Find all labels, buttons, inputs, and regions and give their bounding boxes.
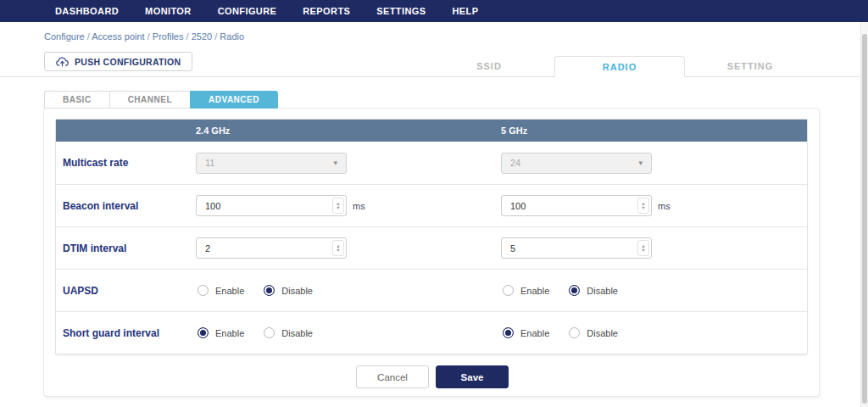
number-value: 2 bbox=[205, 243, 210, 254]
radio-option-label: Enable bbox=[215, 286, 244, 296]
uapsd-24ghz-control: EnableDisable bbox=[196, 285, 433, 296]
tab-ssid[interactable]: SSID bbox=[424, 56, 554, 77]
radio-circle-icon bbox=[198, 285, 209, 296]
radio-circle-icon bbox=[503, 327, 514, 338]
radio-circle-icon bbox=[264, 285, 275, 296]
table-row-multicast-rate: Multicast rate11▾24▾ bbox=[56, 142, 807, 184]
dtim-interval-5ghz-control: 5▲▼ bbox=[501, 237, 807, 259]
table-body: Multicast rate11▾24▾Beacon interval100▲▼… bbox=[56, 142, 807, 354]
column-header-24ghz: 2.4 GHz bbox=[196, 125, 433, 136]
beacon-interval-24ghz-control: 100▲▼ms bbox=[196, 195, 433, 216]
short-guard-interval-5ghz-disable-radio[interactable]: Disable bbox=[569, 327, 618, 338]
radio-option-label: Disable bbox=[281, 328, 313, 338]
multicast-rate-5ghz-select[interactable]: 24▾ bbox=[501, 153, 652, 174]
settings-table: 2.4 GHz 5 GHz Multicast rate11▾24▾Beacon… bbox=[55, 119, 808, 354]
breadcrumb-segment-configure[interactable]: Configure bbox=[44, 31, 85, 42]
short-guard-interval-24ghz-disable-radio[interactable]: Disable bbox=[264, 327, 313, 338]
nav-item-help[interactable]: HELP bbox=[452, 6, 478, 16]
push-configuration-button[interactable]: PUSH CONFIGURATION bbox=[44, 52, 192, 71]
radio-circle-icon bbox=[198, 327, 209, 338]
table-row-short-guard-interval: Short guard intervalEnableDisableEnableD… bbox=[56, 311, 807, 354]
row-label: UAPSD bbox=[56, 285, 196, 297]
breadcrumb: Configure / Access point / Profiles / 25… bbox=[44, 31, 244, 42]
subtab-channel[interactable]: CHANNEL bbox=[109, 91, 190, 109]
number-spinner-icon[interactable]: ▲▼ bbox=[332, 240, 344, 256]
row-label: DTIM interval bbox=[56, 243, 196, 254]
table-row-beacon-interval: Beacon interval100▲▼ms100▲▼ms bbox=[56, 184, 807, 226]
multicast-rate-24ghz-control: 11▾ bbox=[196, 153, 433, 174]
number-spinner-icon[interactable]: ▲▼ bbox=[637, 198, 649, 214]
spinner-down-icon: ▼ bbox=[641, 248, 645, 253]
select-value: 24 bbox=[510, 158, 520, 168]
short-guard-interval-5ghz-enable-radio[interactable]: Enable bbox=[503, 327, 549, 338]
uapsd-24ghz-radio-group: EnableDisable bbox=[196, 285, 313, 296]
number-value: 100 bbox=[205, 201, 220, 211]
breadcrumb-segment-2520[interactable]: 2520 bbox=[192, 31, 212, 42]
nav-item-monitor[interactable]: MONITOR bbox=[145, 6, 192, 16]
tab-setting[interactable]: SETTING bbox=[685, 56, 815, 77]
short-guard-interval-5ghz-control: EnableDisable bbox=[501, 327, 807, 338]
number-value: 5 bbox=[510, 243, 515, 254]
radio-circle-icon bbox=[503, 285, 514, 296]
subtab-advanced[interactable]: ADVANCED bbox=[190, 91, 278, 109]
select-value: 11 bbox=[205, 158, 214, 168]
radio-advanced-panel: 2.4 GHz 5 GHz Multicast rate11▾24▾Beacon… bbox=[43, 108, 820, 397]
breadcrumb-segment-access-point[interactable]: Access point bbox=[92, 31, 144, 42]
radio-circle-icon bbox=[264, 327, 275, 338]
number-spinner-icon[interactable]: ▲▼ bbox=[637, 240, 649, 256]
multicast-rate-5ghz-control: 24▾ bbox=[501, 153, 807, 174]
number-value: 100 bbox=[510, 201, 526, 211]
table-header-row: 2.4 GHz 5 GHz bbox=[56, 120, 807, 142]
uapsd-5ghz-disable-radio[interactable]: Disable bbox=[569, 285, 618, 296]
save-button[interactable]: Save bbox=[436, 365, 509, 388]
breadcrumb-segment-profiles[interactable]: Profiles bbox=[153, 31, 184, 42]
beacon-interval-5ghz-control: 100▲▼ms bbox=[501, 195, 807, 216]
dtim-interval-5ghz-input[interactable]: 5▲▼ bbox=[501, 237, 652, 259]
column-header-5ghz: 5 GHz bbox=[501, 125, 807, 136]
short-guard-interval-24ghz-enable-radio[interactable]: Enable bbox=[198, 327, 244, 338]
row-label: Beacon interval bbox=[56, 200, 196, 212]
uapsd-24ghz-enable-radio[interactable]: Enable bbox=[198, 285, 244, 296]
nav-item-configure[interactable]: CONFIGURE bbox=[218, 6, 277, 16]
multicast-rate-24ghz-select[interactable]: 11▾ bbox=[196, 153, 347, 174]
radio-option-label: Enable bbox=[215, 328, 244, 338]
row-label: Multicast rate bbox=[56, 157, 196, 169]
uapsd-5ghz-enable-radio[interactable]: Enable bbox=[503, 285, 549, 296]
vertical-scrollbar[interactable] bbox=[860, 22, 868, 407]
breadcrumb-segment-radio[interactable]: Radio bbox=[220, 31, 244, 42]
breadcrumb-separator: / bbox=[145, 31, 153, 42]
nav-item-dashboard[interactable]: DASHBOARD bbox=[55, 6, 119, 16]
radio-option-label: Disable bbox=[587, 286, 618, 296]
nav-item-settings[interactable]: SETTINGS bbox=[376, 6, 426, 16]
breadcrumb-separator: / bbox=[85, 31, 92, 42]
beacon-interval-5ghz-input[interactable]: 100▲▼ bbox=[501, 195, 652, 216]
subtab-basic[interactable]: BASIC bbox=[44, 91, 109, 109]
spinner-down-icon: ▼ bbox=[336, 248, 340, 253]
push-configuration-label: PUSH CONFIGURATION bbox=[75, 57, 181, 67]
unit-label: ms bbox=[658, 201, 670, 211]
dtim-interval-24ghz-input[interactable]: 2▲▼ bbox=[196, 237, 347, 259]
uapsd-24ghz-disable-radio[interactable]: Disable bbox=[264, 285, 313, 296]
radio-option-label: Disable bbox=[587, 328, 618, 338]
cancel-button[interactable]: Cancel bbox=[356, 365, 429, 388]
breadcrumb-separator: / bbox=[184, 31, 192, 42]
scrollbar-thumb[interactable] bbox=[862, 34, 867, 404]
number-spinner-icon[interactable]: ▲▼ bbox=[332, 198, 344, 214]
nav-item-reports[interactable]: REPORTS bbox=[303, 6, 350, 16]
short-guard-interval-5ghz-radio-group: EnableDisable bbox=[501, 327, 618, 338]
chevron-down-icon: ▾ bbox=[333, 159, 337, 167]
tab-radio[interactable]: RADIO bbox=[554, 56, 685, 77]
form-actions: Cancel Save bbox=[44, 365, 821, 388]
radio-option-label: Enable bbox=[520, 286, 549, 296]
short-guard-interval-24ghz-control: EnableDisable bbox=[196, 327, 433, 338]
radio-circle-icon bbox=[569, 327, 580, 338]
radio-option-label: Enable bbox=[520, 328, 549, 338]
row-label: Short guard interval bbox=[56, 327, 196, 339]
breadcrumb-separator: / bbox=[212, 31, 220, 42]
top-nav-bar: DASHBOARDMONITORCONFIGUREREPORTSSETTINGS… bbox=[0, 0, 868, 22]
short-guard-interval-24ghz-radio-group: EnableDisable bbox=[196, 327, 313, 338]
spinner-down-icon: ▼ bbox=[336, 206, 340, 210]
uapsd-5ghz-control: EnableDisable bbox=[501, 285, 807, 296]
beacon-interval-24ghz-input[interactable]: 100▲▼ bbox=[196, 195, 347, 216]
table-row-dtim-interval: DTIM interval2▲▼5▲▼ bbox=[56, 226, 807, 269]
